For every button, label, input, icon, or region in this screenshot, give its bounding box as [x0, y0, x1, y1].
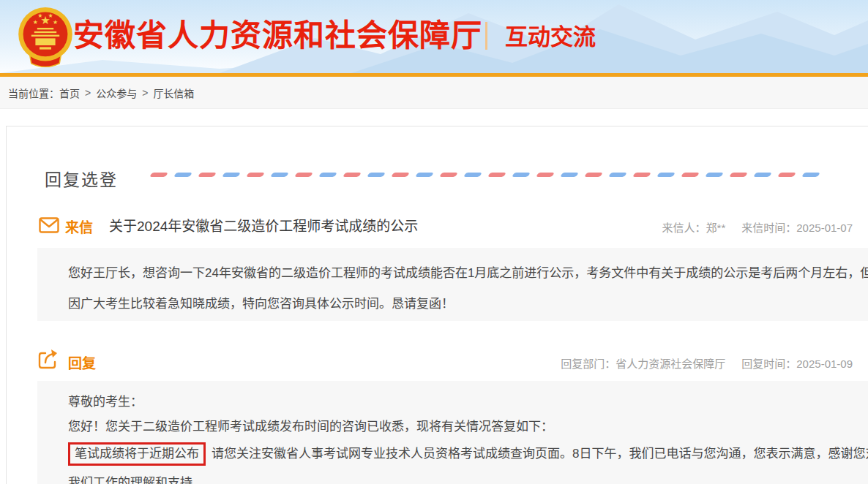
breadcrumb-item-director-mailbox[interactable]: 厅长信箱 — [153, 86, 194, 100]
breadcrumb-separator: > — [142, 87, 148, 99]
breadcrumb-prefix: 当前位置： — [8, 86, 59, 100]
dash — [512, 173, 530, 177]
reply-badge: 回复 — [68, 352, 96, 372]
dash — [415, 173, 433, 177]
dash — [681, 173, 699, 177]
letter-time-label: 来信时间： — [741, 222, 796, 234]
reply-dept-value: 省人力资源社会保障厅 — [616, 358, 725, 370]
dash — [560, 173, 578, 177]
letter-badge: 来信 — [65, 216, 93, 236]
breadcrumb-item-public-participation[interactable]: 公众参与 — [96, 86, 137, 100]
letter-sender-label: 来信人： — [662, 222, 706, 234]
dash — [318, 173, 337, 177]
dash — [632, 173, 651, 177]
dash — [343, 173, 361, 177]
reply-dept-label: 回复部门： — [561, 358, 616, 370]
decorative-dash-line — [151, 172, 827, 178]
letter-meta: 来信人：郑**来信时间：2025-01-07 — [662, 219, 853, 235]
page-title: 回复选登 — [45, 166, 118, 191]
reply-salutation: 尊敬的考生： — [68, 390, 868, 415]
dash — [705, 173, 723, 177]
dash — [149, 173, 168, 177]
dash — [222, 173, 240, 177]
svg-text:★: ★ — [33, 19, 38, 26]
reply-paragraph-1: 您好！您关于二级造价工程师考试成绩发布时间的咨询已收悉，现将有关情况答复如下： — [68, 415, 868, 439]
reply-icon — [37, 349, 59, 371]
dash — [656, 173, 675, 177]
dash — [367, 173, 385, 177]
dash — [536, 173, 554, 177]
dash — [777, 173, 796, 177]
national-emblem-logo[interactable]: ★ ★ ★ ★ ★ — [16, 6, 75, 67]
page: ★ ★ ★ ★ ★ 安徽省人力资源和社会保障厅 互动交流 当前位置： 首页 > … — [0, 0, 868, 484]
highlighted-answer: 笔试成绩将于近期公布 — [68, 442, 206, 466]
svg-text:★: ★ — [37, 12, 42, 19]
letter-title: 关于2024年安徽省二级造价工程师考试成绩的公示 — [109, 215, 418, 235]
breadcrumb-item-home[interactable]: 首页 — [59, 86, 80, 100]
dash — [246, 173, 264, 177]
dash — [439, 173, 457, 177]
dash — [608, 173, 626, 177]
content-card: 回复选登 来信 关于2024年安徽省二级造价工程师考试成绩的公示 来信人：郑**… — [6, 126, 868, 484]
dash — [463, 173, 482, 177]
section-title-link[interactable]: 互动交流 — [505, 24, 596, 50]
site-header: ★ ★ ★ ★ ★ 安徽省人力资源和社会保障厅 互动交流 — [0, 0, 868, 73]
dash — [294, 173, 313, 177]
letter-time-value: 2025-01-07 — [796, 222, 853, 234]
dash — [753, 173, 771, 177]
reply-paragraph-2: 笔试成绩将于近期公布请您关注安徽省人事考试网专业技术人员资格考试成绩查询页面。8… — [68, 439, 868, 484]
dash — [198, 173, 216, 177]
breadcrumb: 当前位置： 首页 > 公众参与 > 厅长信箱 — [0, 77, 868, 109]
dash — [270, 173, 288, 177]
dash — [173, 173, 192, 177]
svg-text:★: ★ — [53, 19, 58, 26]
reply-time-value: 2025-01-09 — [796, 358, 853, 370]
dash — [487, 173, 506, 177]
breadcrumb-separator: > — [85, 87, 91, 99]
header-divider — [485, 22, 487, 50]
dash — [391, 173, 409, 177]
reply-meta: 回复部门：省人力资源社会保障厅回复时间：2025-01-09 — [561, 355, 853, 371]
site-title[interactable]: 安徽省人力资源和社会保障厅 — [73, 18, 482, 54]
dash — [729, 173, 747, 177]
dash — [584, 173, 602, 177]
reply-body: 尊敬的考生： 您好！您关于二级造价工程师考试成绩发布时间的咨询已收悉，现将有关情… — [37, 381, 868, 484]
letter-body: 您好王厅长，想咨询一下24年安徽省的二级造价工程师的考试成绩能否在1月底之前进行… — [37, 248, 868, 321]
dash — [801, 173, 820, 177]
svg-text:★: ★ — [48, 12, 53, 19]
envelope-icon — [39, 217, 59, 233]
reply-time-label: 回复时间： — [741, 358, 796, 370]
letter-sender-value: 郑** — [706, 222, 726, 234]
